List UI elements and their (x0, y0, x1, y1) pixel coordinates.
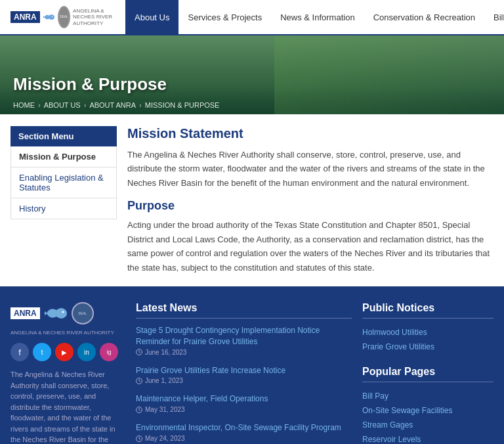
hero-title: Mission & Purpose (0, 69, 504, 100)
nav-about-us[interactable]: About Us (125, 0, 178, 34)
footer-seal-icon: SEAL (72, 302, 94, 324)
instagram-icon[interactable]: ig (100, 343, 118, 361)
popular-pages-section: Popular Pages Bill Pay On-Site Sewage Fa… (362, 366, 494, 444)
news-item-4: Environmental Inspector, On-Site Sewage … (136, 422, 352, 442)
news-link-1[interactable]: Stage 5 Drought Contingency Implementati… (136, 325, 352, 347)
social-icons: f t ▶ in ig (10, 343, 125, 361)
popular-reservoir[interactable]: Reservoir Levels (362, 432, 494, 444)
sidebar-history[interactable]: History (10, 198, 117, 219)
footer-anra-box: ANRA (10, 307, 40, 319)
footer-public-col: Public Notices Holmwood Utilities Prarie… (362, 302, 494, 444)
popular-stream-gages[interactable]: Stream Gages (362, 418, 494, 432)
sidebar-legislation[interactable]: Enabling Legislation & Statutes (10, 167, 117, 198)
clock-icon-4 (136, 435, 142, 442)
news-item-2: Prairie Grove Utilities Rate Increase No… (136, 365, 352, 385)
twitter-icon[interactable]: t (33, 343, 51, 361)
section-menu-title: Section Menu (10, 126, 117, 146)
youtube-icon[interactable]: ▶ (55, 343, 74, 361)
footer-org-name: ANGELINA & NECHES RIVER AUTHORITY (10, 330, 125, 336)
breadcrumb-sep1: › (38, 101, 41, 109)
nav-services[interactable]: Services & Projects (178, 0, 271, 34)
svg-line-6 (139, 352, 140, 353)
site-header: ANRA SEAL ANGELINA & NECHES RIVER AUTHOR… (0, 0, 504, 35)
anra-text-box: ANRA (10, 11, 40, 23)
news-date-3: May 31, 2023 (136, 406, 352, 413)
public-notice-holmwood[interactable]: Holmwood Utilities (362, 325, 494, 340)
purpose-body: Acting under the broad authority of the … (127, 218, 494, 275)
footer-news-col: Latest News Stage 5 Drought Contingency … (136, 302, 352, 444)
news-date-2: June 1, 2023 (136, 377, 352, 384)
latest-news-title: Latest News (136, 302, 352, 319)
facebook-icon[interactable]: f (10, 343, 29, 361)
nav-news[interactable]: News & Information (271, 0, 364, 34)
sidebar: Section Menu Mission & Purpose Enabling … (10, 126, 117, 275)
svg-point-0 (52, 16, 53, 17)
sidebar-mission[interactable]: Mission & Purpose (10, 146, 117, 167)
mission-title: Mission Statement (127, 126, 494, 141)
public-notice-prarie-grove[interactable]: Prarie Grove Utilities (362, 340, 494, 354)
breadcrumb-about-anra[interactable]: ABOUT ANRA (89, 101, 136, 109)
footer-about-text: The Angelina & Neches River Authority sh… (10, 369, 125, 444)
breadcrumb-sep2: › (84, 101, 87, 109)
main-nav: About Us Services & Projects News & Info… (125, 0, 504, 35)
news-link-3[interactable]: Maintenance Helper, Field Operations (136, 393, 352, 405)
article: Mission Statement The Angelina & Neches … (127, 126, 494, 275)
main-content: Section Menu Mission & Purpose Enabling … (0, 114, 504, 286)
breadcrumb-sep3: › (139, 101, 142, 109)
clock-icon-2 (136, 378, 142, 384)
news-date-4: May 24, 2023 (136, 435, 352, 442)
popular-sewage[interactable]: On-Site Sewage Facilities (362, 403, 494, 418)
clock-icon-3 (136, 407, 142, 413)
svg-point-3 (62, 311, 64, 313)
news-date-1: June 16, 2023 (136, 349, 352, 356)
site-footer: ANRA SEAL ANGELINA & NECHES RIVER AUTHOR… (0, 286, 504, 444)
breadcrumb-home[interactable]: HOME (13, 101, 35, 109)
purpose-title: Purpose (127, 199, 494, 213)
hero-section: Mission & Purpose HOME › ABOUT US › ABOU… (0, 35, 504, 114)
nav-conservation[interactable]: Conservation & Recreation (364, 0, 484, 34)
news-item-1: Stage 5 Drought Contingency Implementati… (136, 325, 352, 356)
breadcrumb-current: MISSION & PURPOSE (145, 101, 220, 109)
mission-body: The Angelina & Neches River Authority sh… (127, 148, 494, 190)
popular-pages-title: Popular Pages (362, 366, 494, 382)
footer-fish-icon (43, 303, 68, 323)
org-name-text: ANGELINA & NECHES RIVER AUTHORITY (73, 8, 125, 27)
svg-line-12 (139, 410, 140, 411)
nav-billpay[interactable]: Bill Pay (484, 0, 504, 34)
news-link-2[interactable]: Prairie Grove Utilities Rate Increase No… (136, 365, 352, 376)
popular-bill-pay[interactable]: Bill Pay (362, 389, 494, 403)
news-item-3: Maintenance Helper, Field Operations May… (136, 393, 352, 413)
linkedin-icon[interactable]: in (77, 343, 96, 361)
svg-line-9 (139, 381, 140, 382)
breadcrumb-about-us[interactable]: ABOUT US (44, 101, 81, 109)
fish-icon (43, 7, 55, 27)
news-link-4[interactable]: Environmental Inspector, On-Site Sewage … (136, 422, 352, 433)
public-notices-title: Public Notices (362, 302, 494, 319)
logo: ANRA SEAL ANGELINA & NECHES RIVER AUTHOR… (10, 6, 125, 28)
seal-icon: SEAL (58, 6, 70, 28)
breadcrumb: HOME › ABOUT US › ABOUT ANRA › MISSION &… (0, 100, 504, 114)
clock-icon-1 (136, 349, 142, 355)
footer-logo-col: ANRA SEAL ANGELINA & NECHES RIVER AUTHOR… (10, 302, 125, 444)
svg-line-15 (139, 439, 140, 439)
